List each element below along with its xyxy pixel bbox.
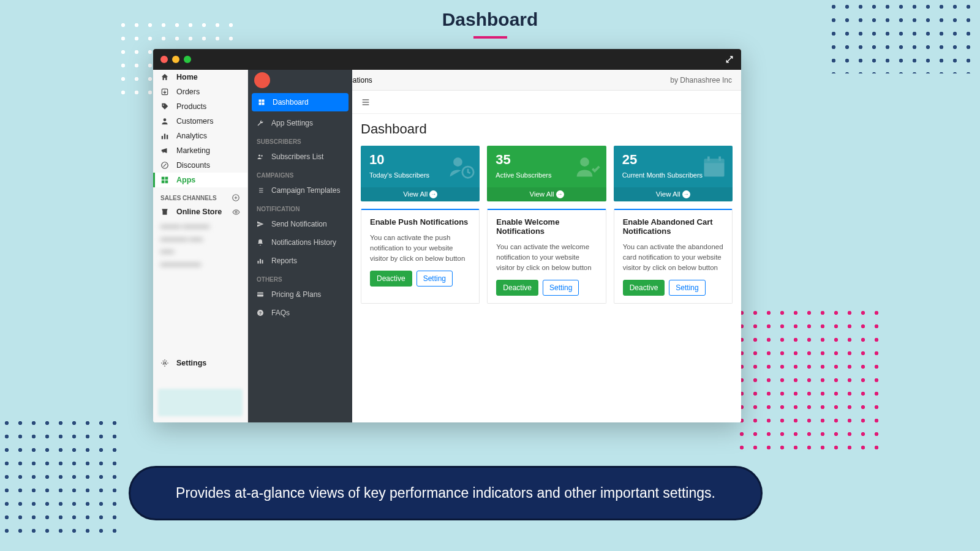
view-all-link[interactable]: View All→ — [614, 187, 733, 201]
users-icon — [257, 153, 265, 160]
sidebar-label: Pricing & Plans — [271, 290, 321, 299]
add-channel-icon[interactable] — [232, 193, 240, 202]
nav-products[interactable]: Products — [153, 99, 247, 114]
sidebar-reports[interactable]: Reports — [248, 252, 352, 270]
content-topbar — [352, 91, 741, 114]
sidebar-faqs[interactable]: ?FAQs — [248, 304, 352, 322]
nav-customers[interactable]: Customers — [153, 114, 247, 129]
deactive-button[interactable]: Deactive — [496, 280, 538, 296]
window-controls — [160, 56, 191, 63]
nav-home[interactable]: Home — [153, 70, 247, 84]
nav-marketing[interactable]: Marketing — [153, 143, 247, 158]
card-row: Enable Push Notifications You can activa… — [352, 201, 741, 311]
sidebar-label: Send Notification — [271, 220, 327, 228]
view-all-link[interactable]: View All→ — [487, 187, 606, 201]
svg-rect-10 — [165, 181, 168, 184]
orders-icon — [160, 88, 170, 96]
nav-label: Apps — [176, 176, 195, 184]
tag-icon — [160, 102, 170, 111]
card-welcome-notifications: Enable Welcome Notifications You can act… — [487, 209, 606, 304]
svg-rect-17 — [262, 103, 265, 105]
nav-label: Orders — [176, 88, 200, 96]
list-icon — [257, 187, 265, 194]
sidebar-subscribers-list[interactable]: Subscribers List — [248, 148, 352, 166]
sidebar-campaign-templates[interactable]: Campaign Templates — [248, 181, 352, 200]
maximize-icon[interactable] — [184, 56, 191, 63]
nav-label: Settings — [176, 359, 206, 367]
hamburger-icon[interactable] — [361, 97, 371, 107]
gear-icon — [160, 359, 170, 367]
sidebar-dashboard[interactable]: Dashboard — [252, 93, 349, 111]
stat-todays-subscribers: 10 Today's Subscribers View All→ — [361, 146, 480, 201]
nav-label: Online Store — [176, 208, 222, 216]
apps-icon — [160, 176, 170, 184]
blurred-item: ▬▬▬▬▬▬ — [153, 257, 247, 270]
analytics-icon — [160, 132, 170, 140]
sidebar-label: Subscribers List — [271, 152, 323, 161]
card-body: You can activate the abandoned card noti… — [623, 242, 723, 272]
svg-rect-8 — [165, 177, 168, 180]
card-abandoned-cart-notifications: Enable Abandoned Cart Notifications You … — [614, 209, 733, 304]
view-all-link[interactable]: View All→ — [361, 187, 480, 201]
close-icon[interactable] — [160, 56, 168, 63]
sidebar-app-settings[interactable]: App Settings — [248, 114, 352, 132]
nav-label: Customers — [176, 117, 213, 126]
setting-button[interactable]: Setting — [543, 280, 579, 296]
svg-rect-15 — [262, 100, 265, 102]
nav-label: Marketing — [176, 146, 210, 155]
nav-label: Products — [176, 102, 206, 111]
group-notification: NOTIFICATION — [248, 200, 352, 215]
nav-analytics[interactable]: Analytics — [153, 129, 247, 143]
minimize-icon[interactable] — [172, 56, 179, 63]
user-check-icon — [575, 153, 601, 180]
sidebar-notifications-history[interactable]: Notifications History — [248, 233, 352, 252]
svg-point-19 — [261, 155, 263, 157]
eye-icon[interactable] — [232, 208, 240, 216]
setting-button[interactable]: Setting — [417, 271, 453, 287]
group-others: OTHERS — [248, 270, 352, 285]
nav-discounts[interactable]: Discounts — [153, 158, 247, 173]
nav-settings[interactable]: Settings — [153, 356, 247, 370]
svg-rect-16 — [259, 103, 262, 105]
svg-rect-21 — [260, 259, 261, 264]
app-vendor: by Dhanashree Inc — [670, 76, 732, 84]
megaphone-icon — [160, 146, 170, 155]
blurred-item: ▬▬▬▬ ▬▬ — [153, 232, 247, 245]
nav-label: Discounts — [176, 161, 210, 170]
nav-orders[interactable]: Orders — [153, 84, 247, 99]
card-body: You can activate the welcome notificatio… — [496, 242, 597, 272]
svg-rect-14 — [259, 100, 262, 102]
deactive-button[interactable]: Deactive — [370, 271, 412, 287]
sidebar-pricing-plans[interactable]: Pricing & Plans — [248, 285, 352, 304]
card-body: You can activate the push notification t… — [370, 233, 470, 263]
card-title: Enable Push Notifications — [370, 217, 470, 227]
store-icon — [160, 208, 170, 216]
question-icon: ? — [257, 309, 265, 317]
nav-apps[interactable]: Apps — [153, 173, 247, 187]
nav-online-store[interactable]: Online Store — [153, 204, 247, 219]
decorative-dots — [735, 306, 882, 453]
group-subscribers: SUBSCRIBERS — [248, 132, 352, 148]
caption-pill: Provides at-a-glance views of key perfor… — [129, 466, 763, 520]
setting-button[interactable]: Setting — [669, 280, 705, 296]
wrench-icon — [257, 119, 265, 127]
chart-icon — [257, 257, 265, 264]
shopify-sidebar: Home Orders Products Customers Analytics… — [153, 70, 248, 422]
nav-label: Home — [176, 73, 198, 81]
discount-icon — [160, 161, 170, 170]
app-sidebar: Dashboard App Settings SUBSCRIBERS Subsc… — [248, 91, 352, 422]
calendar-icon — [701, 153, 728, 180]
svg-point-1 — [163, 105, 164, 106]
nav-label: Analytics — [176, 132, 207, 140]
svg-rect-7 — [162, 177, 165, 180]
home-icon — [160, 73, 170, 81]
sidebar-label: Campaign Templates — [271, 186, 341, 195]
card-icon — [257, 291, 265, 298]
sidebar-send-notification[interactable]: Send Notification — [248, 215, 352, 233]
deactive-button[interactable]: Deactive — [623, 280, 665, 296]
bell-icon — [257, 239, 265, 246]
content-heading: Dashboard — [352, 114, 741, 146]
svg-rect-24 — [257, 294, 263, 295]
blurred-item: ▬▬ — [153, 244, 247, 257]
fullscreen-icon[interactable] — [725, 55, 734, 64]
